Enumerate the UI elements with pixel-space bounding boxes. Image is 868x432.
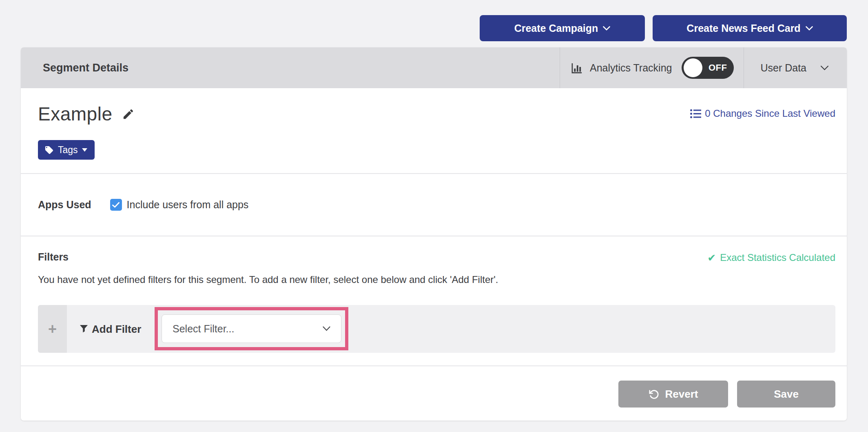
select-filter-placeholder: Select Filter...: [173, 323, 234, 335]
caret-down-icon: [82, 148, 87, 152]
add-filter-group-button[interactable]: +: [38, 305, 67, 353]
chevron-down-icon: [806, 26, 813, 31]
undo-icon: [649, 389, 660, 400]
revert-button[interactable]: Revert: [618, 381, 728, 408]
create-news-feed-card-button[interactable]: Create News Feed Card: [653, 15, 847, 41]
chevron-down-icon: [820, 65, 829, 71]
analytics-tracking-section: Analytics Tracking OFF: [560, 47, 744, 88]
edit-name-button[interactable]: [122, 108, 135, 120]
segment-title-section: Example 0 Changes Since Last Viewed Tags: [21, 88, 847, 173]
select-filter-dropdown[interactable]: Select Filter...: [162, 314, 341, 343]
check-icon: [112, 202, 120, 208]
segment-name: Example: [38, 103, 112, 125]
filters-empty-message: You have not yet defined filters for thi…: [38, 274, 498, 285]
checkbox-checked-icon[interactable]: [110, 199, 122, 211]
check-icon: ✔: [707, 253, 716, 263]
tags-label: Tags: [58, 145, 78, 156]
chevron-down-icon: [323, 326, 330, 331]
include-all-apps-label: Include users from all apps: [127, 199, 249, 211]
toggle-knob: [684, 58, 702, 77]
plus-icon: +: [48, 322, 57, 336]
page-title: Segment Details: [21, 47, 560, 88]
user-data-label: User Data: [760, 62, 806, 74]
exact-statistics-label: Exact Statistics Calculated: [720, 252, 835, 263]
tag-icon: [44, 145, 54, 155]
toggle-state-label: OFF: [709, 62, 727, 73]
create-campaign-button[interactable]: Create Campaign: [480, 15, 645, 41]
card-header: Segment Details Analytics Tracking OFF U…: [21, 47, 847, 88]
select-filter-highlight: Select Filter...: [155, 307, 348, 350]
bar-chart-icon: [571, 62, 583, 74]
revert-label: Revert: [665, 388, 698, 401]
exact-statistics-status: ✔ Exact Statistics Calculated: [707, 252, 835, 263]
segment-details-card: Segment Details Analytics Tracking OFF U…: [21, 47, 847, 421]
changes-since-last-viewed-link[interactable]: 0 Changes Since Last Viewed: [690, 108, 835, 119]
filters-section: Filters ✔ Exact Statistics Calculated Yo…: [21, 236, 847, 365]
list-icon: [690, 109, 701, 118]
save-button[interactable]: Save: [737, 381, 835, 408]
include-all-apps-option[interactable]: Include users from all apps: [110, 199, 249, 211]
apps-used-section: Apps Used Include users from all apps: [21, 173, 847, 236]
create-campaign-label: Create Campaign: [514, 22, 598, 34]
user-data-dropdown[interactable]: User Data: [744, 47, 847, 88]
chevron-down-icon: [603, 26, 610, 31]
analytics-tracking-label: Analytics Tracking: [590, 62, 672, 74]
add-filter-label-group: Add Filter: [80, 323, 141, 335]
changes-link-label: 0 Changes Since Last Viewed: [705, 108, 835, 119]
tags-dropdown-button[interactable]: Tags: [38, 140, 95, 160]
filter-funnel-icon: [80, 325, 88, 334]
analytics-tracking-toggle[interactable]: OFF: [682, 57, 734, 79]
save-label: Save: [774, 388, 799, 401]
add-filter-label: Add Filter: [92, 323, 141, 335]
filters-heading: Filters: [38, 251, 69, 263]
pencil-icon: [122, 108, 135, 120]
card-footer: Revert Save: [21, 365, 847, 420]
add-filter-row: + Add Filter Select Filter...: [38, 305, 835, 353]
create-news-feed-card-label: Create News Feed Card: [686, 22, 800, 34]
apps-used-label: Apps Used: [38, 199, 91, 211]
